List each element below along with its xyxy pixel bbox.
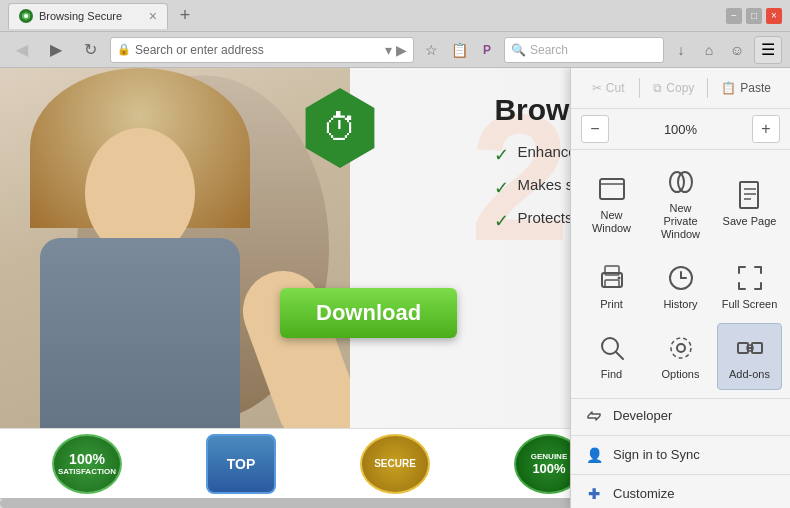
add-ons-label: Add-ons [729, 368, 770, 381]
history-label: History [663, 298, 697, 311]
svg-rect-6 [740, 182, 758, 208]
dropdown-menu: ✂ Cut ⧉ Copy 📋 Paste − 100% + [570, 68, 790, 508]
hamburger-icon: ☰ [761, 40, 775, 59]
add-ons-item[interactable]: Add-ons [717, 323, 782, 390]
new-tab-button[interactable]: + [172, 3, 198, 29]
tab-title: Browsing Secure [39, 10, 141, 22]
scrollbar-thumb[interactable] [0, 499, 632, 508]
address-dropdown-icon[interactable]: ▾ [385, 42, 392, 58]
svg-point-20 [671, 338, 691, 358]
search-placeholder: Search [530, 43, 568, 57]
separator-1 [639, 78, 640, 98]
customize-icon: ✚ [585, 485, 603, 503]
forward-button[interactable]: ▶ [42, 36, 70, 64]
paste-button[interactable]: 📋 Paste [712, 76, 780, 100]
address-bar-icons: ▾ ▶ [385, 42, 407, 58]
print-icon [596, 262, 628, 294]
cut-icon: ✂ [592, 81, 602, 95]
full-screen-item[interactable]: Full Screen [717, 254, 782, 319]
minimize-button[interactable]: − [726, 8, 742, 24]
copy-label: Copy [666, 81, 694, 95]
go-button[interactable]: ▶ [396, 42, 407, 58]
logo-hexagon: ⏱ [300, 88, 380, 168]
customize-label: Customize [613, 486, 674, 501]
menu-separator-1 [571, 435, 790, 436]
copy-icon: ⧉ [653, 81, 662, 95]
logo-icon: ⏱ [322, 107, 358, 149]
developer-label: Developer [613, 408, 672, 423]
reading-list-icon[interactable]: 📋 [448, 39, 470, 61]
back-button[interactable]: ◀ [8, 36, 36, 64]
copy-button[interactable]: ⧉ Copy [644, 76, 703, 100]
content-area: 247 [0, 68, 790, 508]
find-item[interactable]: Find [579, 323, 644, 390]
save-page-label: Save Page [723, 215, 777, 228]
options-item[interactable]: Options [648, 323, 713, 390]
browser-tab[interactable]: Browsing Secure × [8, 3, 168, 29]
zoom-row: − 100% + [571, 109, 790, 150]
title-bar: Browsing Secure × + − □ × [0, 0, 790, 32]
maximize-button[interactable]: □ [746, 8, 762, 24]
download-icon[interactable]: ↓ [670, 39, 692, 61]
new-window-label: New Window [583, 209, 640, 235]
svg-point-19 [677, 344, 685, 352]
badge-1: 100% SATISFACTION [52, 434, 122, 494]
address-bar[interactable]: 🔒 Search or enter address ▾ ▶ [110, 37, 414, 63]
search-bar[interactable]: 🔍 Search [504, 37, 664, 63]
download-button[interactable]: Download [280, 288, 457, 338]
svg-rect-12 [605, 280, 619, 287]
svg-rect-2 [600, 179, 624, 199]
new-private-window-icon [665, 166, 697, 198]
options-label: Options [662, 368, 700, 381]
menu-separator-2 [571, 474, 790, 475]
save-page-item[interactable]: Save Page [717, 158, 782, 250]
print-item[interactable]: Print [579, 254, 644, 319]
person-icon[interactable]: ☺ [726, 39, 748, 61]
address-text: Search or enter address [135, 43, 385, 57]
zoom-in-button[interactable]: + [752, 115, 780, 143]
search-icon: 🔍 [511, 43, 526, 57]
person-silhouette [0, 68, 350, 428]
svg-line-18 [616, 352, 623, 359]
new-private-window-label: New Private Window [652, 202, 709, 242]
full-screen-label: Full Screen [722, 298, 778, 311]
site-logo: ⏱ [300, 88, 380, 168]
customize-item[interactable]: ✚ Customize [571, 477, 790, 508]
print-label: Print [600, 298, 623, 311]
new-window-item[interactable]: New Window [579, 158, 644, 250]
cut-button[interactable]: ✂ Cut [581, 76, 635, 100]
sign-in-label: Sign in to Sync [613, 447, 700, 462]
history-item[interactable]: History [648, 254, 713, 319]
sign-in-item[interactable]: 👤 Sign in to Sync [571, 438, 790, 472]
add-ons-icon [734, 332, 766, 364]
new-window-icon [596, 173, 628, 205]
sign-in-icon: 👤 [585, 446, 603, 464]
check-icon-2: ✓ [494, 177, 509, 199]
separator-2 [707, 78, 708, 98]
full-screen-icon [734, 262, 766, 294]
menu-button[interactable]: ☰ [754, 36, 782, 64]
pocket-icon[interactable]: P [476, 39, 498, 61]
tab-close-button[interactable]: × [149, 9, 157, 23]
menu-grid: New Window New Private Window [571, 150, 790, 399]
check-icon-3: ✓ [494, 210, 509, 232]
reload-button[interactable]: ↻ [76, 36, 104, 64]
developer-item[interactable]: Developer [571, 399, 790, 433]
svg-point-13 [617, 276, 620, 279]
browser-window: Browsing Secure × + − □ × ◀ ▶ ↻ 🔒 Search… [0, 0, 790, 508]
history-icon [665, 262, 697, 294]
new-private-window-item[interactable]: New Private Window [648, 158, 713, 250]
bookmark-star-icon[interactable]: ☆ [420, 39, 442, 61]
download-label: Download [316, 300, 421, 326]
svg-point-1 [24, 14, 28, 18]
tab-favicon [19, 9, 33, 23]
find-label: Find [601, 368, 622, 381]
person-image [0, 68, 350, 428]
zoom-out-button[interactable]: − [581, 115, 609, 143]
window-controls: − □ × [726, 8, 782, 24]
badge-2: TOP [206, 434, 276, 494]
home-icon[interactable]: ⌂ [698, 39, 720, 61]
cut-label: Cut [606, 81, 625, 95]
clipboard-row: ✂ Cut ⧉ Copy 📋 Paste [571, 68, 790, 109]
close-button[interactable]: × [766, 8, 782, 24]
